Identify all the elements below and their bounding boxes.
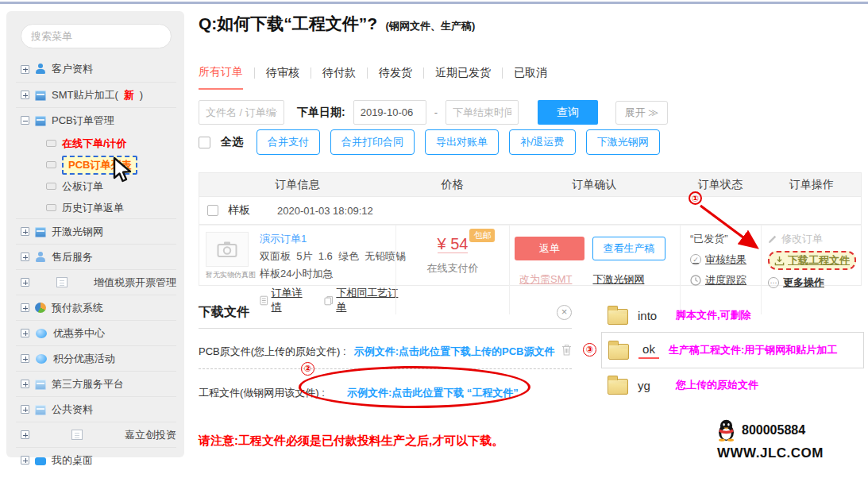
download-engineering-file-label: 下载工程文件: [788, 253, 850, 268]
resources-window-icon: [35, 405, 46, 415]
change-to-smt-link[interactable]: 改为需SMT: [519, 272, 572, 287]
expand-icon[interactable]: [21, 456, 29, 465]
tab-all-orders[interactable]: 所有订单: [199, 65, 243, 90]
sidebar-item-laser-stencil[interactable]: 开激光钢网: [16, 218, 176, 244]
sidebar-subitem-public-board[interactable]: 公板订单: [16, 175, 176, 197]
tab-divider: [502, 67, 503, 79]
price-link[interactable]: ¥ 54: [438, 235, 469, 253]
merge-pay-button[interactable]: 合并支付: [257, 129, 320, 155]
sidebar-item-public-resources[interactable]: 公共资料: [16, 396, 176, 422]
date-to-input[interactable]: [446, 100, 519, 125]
refund-shipping-button[interactable]: 补/退运费: [509, 129, 576, 155]
expand-icon[interactable]: [21, 278, 29, 287]
sidebar-subitem-online-order[interactable]: 在线下单/计价: [16, 133, 176, 154]
expand-icon[interactable]: [21, 303, 29, 312]
table-header-row: 订单信息 价格 订单确认 订单状态 订单操作: [199, 172, 862, 197]
tab-cancelled[interactable]: 已取消: [514, 66, 547, 89]
folder-screenshot: into 脚本文件,可删除 ③ ok 生产稿工程文件:用于钢网和贴片加工 yg …: [601, 299, 864, 402]
invoice-doc-icon: [56, 277, 68, 287]
progress-tracking-label: 进度跟踪: [705, 273, 746, 287]
export-statement-button[interactable]: 导出对账单: [425, 129, 499, 155]
order-type-label: 样板: [228, 203, 250, 218]
menu-search-box[interactable]: [21, 24, 172, 48]
expand-icon[interactable]: [21, 91, 29, 99]
expand-icon[interactable]: [21, 329, 29, 337]
sidebar-item-coupon-center[interactable]: 优惠券中心: [16, 320, 176, 345]
sidebar-item-jlc-invest[interactable]: 嘉立创投资: [16, 422, 176, 447]
col-order-confirm: 订单确认: [509, 178, 680, 192]
expand-icon[interactable]: [21, 354, 29, 363]
trash-icon[interactable]: [561, 344, 572, 359]
expand-icon[interactable]: [21, 65, 29, 74]
clock-icon: [690, 275, 701, 286]
qq-number: 800005884: [742, 423, 805, 438]
sidebar-item-label: 优惠券中心: [53, 326, 105, 341]
window-top-border: [0, 2, 868, 4]
sidebar-item-after-sales[interactable]: 售后服务: [16, 244, 176, 269]
tab-pending-shipment[interactable]: 待发货: [379, 66, 412, 89]
expand-icon[interactable]: [21, 380, 29, 388]
view-production-draft-button[interactable]: 查看生产稿: [592, 237, 665, 260]
expand-filters-button[interactable]: 展开 ≫: [615, 101, 668, 125]
reorder-button[interactable]: 返单: [515, 237, 584, 260]
collapse-icon[interactable]: [21, 116, 29, 125]
modify-order-link[interactable]: 修改订单: [768, 232, 862, 246]
tab-divider: [367, 67, 368, 79]
tab-pending-audit[interactable]: 待审核: [266, 66, 299, 89]
expand-icon[interactable]: [21, 430, 29, 439]
keyword-input[interactable]: [199, 100, 284, 125]
more-actions-label: 更多操作: [783, 276, 824, 290]
tab-pending-payment[interactable]: 待付款: [322, 66, 356, 89]
search-button[interactable]: 查询: [538, 100, 598, 125]
sidebar-item-label: PCB订单管理: [52, 114, 114, 128]
annotation-step2: ②: [301, 362, 314, 376]
col-order-status: 订单状态: [680, 178, 761, 192]
folder-row-ok: ③ ok 生产稿工程文件:用于钢网和贴片加工: [601, 332, 864, 368]
no-preview-label: 暂无实物仿真图: [206, 270, 252, 280]
pie-chart-icon: [35, 303, 46, 313]
sidebar-item-vat-invoice[interactable]: 增值税票开票管理: [16, 269, 176, 295]
website-url: WWW.JLC.COM: [717, 445, 824, 461]
new-badge: 新: [124, 88, 134, 102]
expand-icon[interactable]: [21, 405, 29, 414]
expand-icon[interactable]: [21, 252, 29, 261]
more-actions-link[interactable]: ⋯ 更多操作: [768, 276, 862, 290]
sidebar-item-smt[interactable]: SMT贴片加工(新): [16, 82, 176, 107]
annotation-oval: [299, 366, 530, 408]
tab-recently-shipped[interactable]: 近期已发货: [435, 66, 491, 89]
order-name-link[interactable]: 演示订单1: [260, 232, 406, 246]
page-title: Q:如何下载“工程文件”?: [199, 14, 377, 33]
warning-note: 请注意:工程文件必须是已付款投料生产之后,才可以下载。: [199, 434, 503, 449]
sidebar-item-my-desktop[interactable]: 我的桌面: [16, 447, 176, 472]
menu-search-input[interactable]: [31, 30, 171, 42]
submenu-icon: [46, 140, 56, 147]
download-engineering-file-link[interactable]: 下载工程文件: [768, 251, 856, 270]
expand-icon[interactable]: [21, 227, 29, 236]
order-stencil-button[interactable]: 下激光钢网: [586, 129, 660, 155]
sidebar-item-pcb-orders[interactable]: PCB订单管理: [16, 107, 176, 133]
order-checkbox[interactable]: [207, 205, 218, 216]
tab-divider: [254, 67, 255, 79]
folder-annotation: 您上传的原始文件: [676, 378, 758, 392]
col-order-info: 订单信息: [199, 178, 395, 192]
merge-print-contract-button[interactable]: 合并打印合同: [330, 129, 415, 155]
sidebar-subitem-pcb-order-list[interactable]: PCB订单列表: [16, 154, 176, 175]
sidebar-item-customer-info[interactable]: 客户资料: [16, 56, 176, 82]
select-all-checkbox[interactable]: [199, 137, 210, 148]
progress-tracking-link[interactable]: 进度跟踪: [690, 273, 761, 287]
person-icon: [35, 64, 46, 75]
pcb-source-download-link[interactable]: 示例文件:点击此位置下载上传的PCB源文件: [354, 345, 555, 359]
submenu-icon: [46, 183, 56, 190]
date-from-input[interactable]: [353, 100, 426, 125]
sidebar-subitem-history-reorder[interactable]: 历史订单返单: [16, 197, 176, 218]
mouse-cursor-icon: [112, 156, 134, 185]
laser-stencil-link[interactable]: 下激光钢网: [592, 272, 644, 287]
folder-icon: [608, 344, 629, 360]
sidebar-item-third-party[interactable]: 第三方服务平台: [16, 371, 176, 396]
board-preview-placeholder: [206, 232, 249, 267]
folder-icon: [608, 309, 628, 325]
sidebar-item-points-activity[interactable]: 积分优惠活动: [16, 345, 176, 371]
sidebar-item-prepay[interactable]: 预付款系统: [16, 295, 176, 320]
close-icon[interactable]: ×: [557, 305, 572, 320]
sidebar-subitem-label: 在线下单/计价: [62, 137, 127, 151]
